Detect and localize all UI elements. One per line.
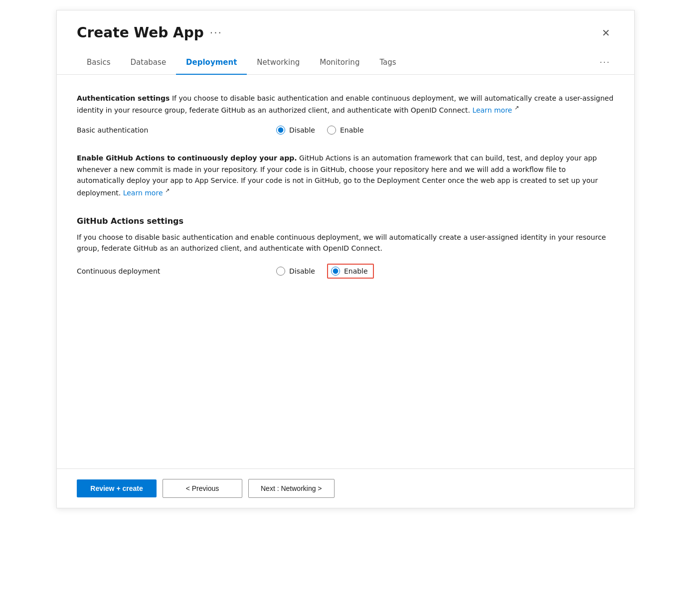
close-button[interactable]: ✕ [598, 26, 614, 40]
github-learn-more-link[interactable]: Learn more [123, 188, 163, 196]
tab-monitoring[interactable]: Monitoring [310, 51, 369, 75]
github-actions-heading: GitHub Actions settings [77, 216, 614, 226]
github-external-icon: ↗ [165, 187, 170, 194]
previous-button[interactable]: < Previous [163, 479, 242, 498]
basic-auth-disable-option[interactable]: Disable [276, 126, 315, 135]
footer: Review + create < Previous Next : Networ… [57, 468, 634, 508]
github-description-bold: Enable GitHub Actions to continuously de… [77, 154, 297, 162]
tab-bar: Basics Database Deployment Networking Mo… [57, 51, 634, 75]
dialog-header: Create Web App ··· ✕ [57, 10, 634, 51]
continuous-deployment-enable-radio[interactable] [331, 267, 340, 276]
continuous-deployment-enable-label: Enable [344, 267, 368, 275]
auth-settings-section: Authentication settings If you choose to… [77, 93, 614, 135]
tabs-more-options[interactable]: ··· [596, 51, 614, 74]
auth-learn-more-link[interactable]: Learn more [472, 106, 512, 114]
next-button[interactable]: Next : Networking > [248, 479, 335, 498]
continuous-deployment-enable-highlighted[interactable]: Enable [327, 264, 374, 279]
basic-auth-enable-option[interactable]: Enable [327, 126, 364, 135]
basic-auth-row: Basic authentication Disable Enable [77, 126, 614, 135]
continuous-deployment-label: Continuous deployment [77, 267, 186, 275]
tab-networking[interactable]: Networking [247, 51, 310, 75]
github-actions-settings-section: GitHub Actions settings If you choose to… [77, 216, 614, 279]
page-title: Create Web App [77, 24, 204, 41]
tab-tags[interactable]: Tags [369, 51, 406, 75]
github-actions-section: Enable GitHub Actions to continuously de… [77, 153, 614, 198]
github-description: Enable GitHub Actions to continuously de… [77, 153, 614, 198]
content-area: Authentication settings If you choose to… [57, 75, 634, 356]
continuous-deployment-disable-label: Disable [289, 267, 315, 275]
basic-auth-disable-label: Disable [289, 126, 315, 134]
basic-auth-label: Basic authentication [77, 126, 186, 134]
auth-external-icon: ↗ [515, 105, 519, 111]
continuous-deployment-disable-radio[interactable] [276, 267, 285, 276]
github-actions-description: If you choose to disable basic authentic… [77, 232, 614, 254]
basic-auth-enable-radio[interactable] [327, 126, 336, 135]
basic-auth-radio-group: Disable Enable [276, 126, 364, 135]
tab-database[interactable]: Database [121, 51, 176, 75]
continuous-deployment-row: Continuous deployment Disable Enable [77, 264, 614, 279]
tab-basics[interactable]: Basics [77, 51, 121, 75]
create-web-app-dialog: Create Web App ··· ✕ Basics Database Dep… [56, 10, 635, 508]
basic-auth-disable-radio[interactable] [276, 126, 285, 135]
header-more-options[interactable]: ··· [210, 27, 222, 39]
auth-description-bold: Authentication settings [77, 94, 170, 102]
continuous-deployment-radio-group: Disable Enable [276, 264, 374, 279]
auth-description: Authentication settings If you choose to… [77, 93, 614, 116]
title-area: Create Web App ··· [77, 24, 222, 41]
tab-deployment[interactable]: Deployment [176, 51, 247, 75]
basic-auth-enable-label: Enable [340, 126, 364, 134]
continuous-deployment-disable-option[interactable]: Disable [276, 267, 315, 276]
review-create-button[interactable]: Review + create [77, 479, 157, 497]
